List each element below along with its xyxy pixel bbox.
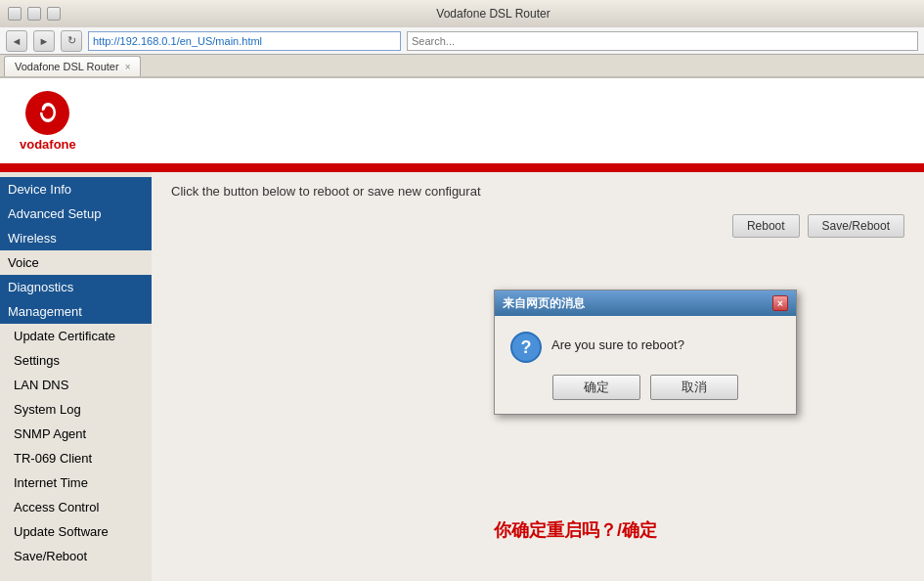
sidebar-item-lan-dns[interactable]: LAN DNS: [0, 373, 152, 397]
sidebar-item-wireless[interactable]: Wireless: [0, 226, 152, 250]
tab-bar: Vodafone DSL Router ×: [0, 55, 924, 78]
sidebar-item-voice[interactable]: Voice: [0, 250, 152, 275]
dialog-buttons: 确定 取消: [495, 375, 796, 414]
dialog-confirm-button[interactable]: 确定: [552, 375, 640, 400]
forward-button[interactable]: ►: [33, 30, 55, 52]
tab-label: Vodafone DSL Router: [15, 61, 119, 72]
reboot-button[interactable]: Reboot: [732, 214, 800, 238]
sidebar-item-internet-time[interactable]: Internet Time: [0, 470, 152, 495]
annotation-text: 你确定重启吗？/确定: [494, 518, 657, 542]
page-wrapper: vodafone Device Info Advanced Setup Wire…: [0, 78, 924, 581]
sidebar-item-update-certificate[interactable]: Update Certificate: [0, 324, 152, 348]
brand-name: vodafone: [20, 137, 76, 152]
sidebar-item-device-info[interactable]: Device Info: [0, 177, 152, 201]
save-reboot-button[interactable]: Save/Reboot: [808, 214, 904, 238]
dialog-title: 来自网页的消息: [503, 295, 585, 312]
search-input[interactable]: [407, 31, 918, 51]
minimize-btn[interactable]: [8, 7, 22, 21]
vodafone-circle-icon: [25, 91, 69, 135]
sidebar-item-settings[interactable]: Settings: [0, 348, 152, 373]
sidebar-item-advanced-setup[interactable]: Advanced Setup: [0, 201, 152, 226]
main-description: Click the button below to reboot or save…: [152, 172, 924, 210]
content-area: Device Info Advanced Setup Wireless Voic…: [0, 172, 924, 581]
dialog-close-button[interactable]: ×: [772, 295, 788, 311]
maximize-btn[interactable]: [27, 7, 41, 21]
vodafone-logo: vodafone: [20, 91, 76, 152]
reboot-dialog: 来自网页的消息 × ? Are you sure to reboot? 确定 取…: [494, 290, 797, 415]
dialog-body: ? Are you sure to reboot?: [495, 316, 796, 375]
close-btn[interactable]: [47, 7, 61, 21]
dialog-titlebar: 来自网页的消息 ×: [495, 290, 796, 316]
sidebar-item-diagnostics[interactable]: Diagnostics: [0, 275, 152, 299]
refresh-button[interactable]: ↻: [61, 30, 82, 52]
main-content: Click the button below to reboot or save…: [152, 172, 924, 581]
header-bar: vodafone: [0, 78, 924, 166]
sidebar-item-snmp-agent[interactable]: SNMP Agent: [0, 422, 152, 446]
window-title: Vodafone DSL Router: [70, 7, 916, 21]
back-button[interactable]: ◄: [6, 30, 27, 52]
dialog-question-icon: ?: [510, 332, 542, 363]
address-bar: ◄ ► ↻: [0, 27, 924, 55]
browser-tab[interactable]: Vodafone DSL Router ×: [4, 56, 141, 76]
tab-close-icon[interactable]: ×: [125, 62, 131, 72]
sidebar-item-system-log[interactable]: System Log: [0, 397, 152, 422]
sidebar-item-tr069-client[interactable]: TR-069 Client: [0, 446, 152, 470]
address-input[interactable]: [88, 31, 401, 51]
dialog-message: Are you sure to reboot?: [551, 332, 684, 352]
sidebar-item-access-control[interactable]: Access Control: [0, 495, 152, 519]
title-bar: Vodafone DSL Router: [0, 0, 924, 27]
sidebar-item-update-software[interactable]: Update Software: [0, 519, 152, 544]
browser-chrome: Vodafone DSL Router ◄ ► ↻ Vodafone DSL R…: [0, 0, 924, 78]
sidebar-item-management[interactable]: Management: [0, 299, 152, 324]
button-row: Reboot Save/Reboot: [152, 214, 924, 238]
sidebar: Device Info Advanced Setup Wireless Voic…: [0, 172, 152, 581]
dialog-cancel-button[interactable]: 取消: [650, 375, 738, 400]
sidebar-item-save-reboot[interactable]: Save/Reboot: [0, 544, 152, 568]
